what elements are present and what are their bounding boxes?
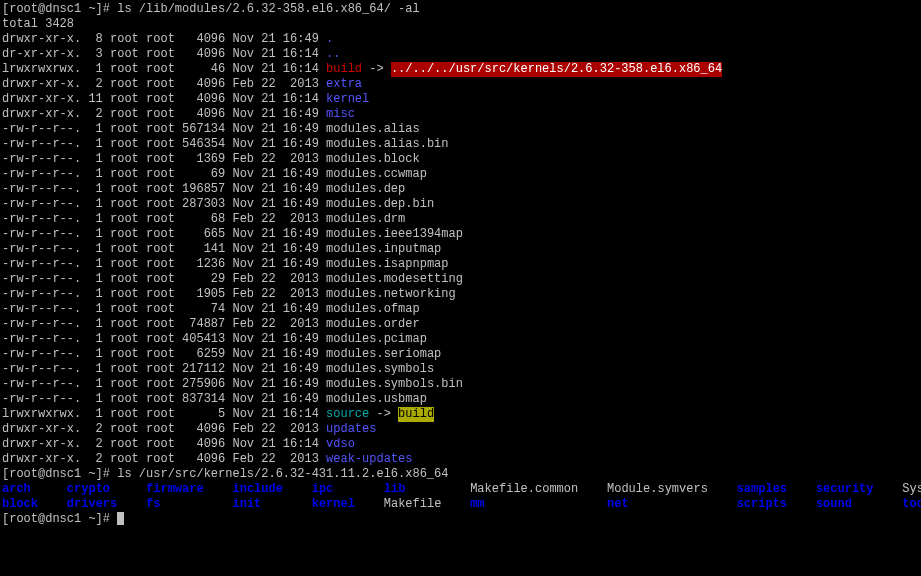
- file-perms: drwxr-xr-x. 2 root root 4096 Nov 21 16:4…: [2, 107, 326, 122]
- ls-row: lrwxrwxrwx. 1 root root 5 Nov 21 16:14 s…: [2, 407, 919, 422]
- file-name: modules.block: [326, 152, 420, 167]
- ls-entry: tools: [902, 497, 921, 512]
- file-name: .: [326, 32, 333, 47]
- file-name: modules.dep: [326, 182, 405, 197]
- file-perms: -rw-r--r--. 1 root root 29 Feb 22 2013: [2, 272, 326, 287]
- file-perms: -rw-r--r--. 1 root root 141 Nov 21 16:49: [2, 242, 326, 257]
- ls-row: dr-xr-xr-x. 3 root root 4096 Nov 21 16:1…: [2, 47, 919, 62]
- file-name: modules.ieee1394map: [326, 227, 463, 242]
- file-perms: -rw-r--r--. 1 root root 567134 Nov 21 16…: [2, 122, 326, 137]
- file-name: modules.order: [326, 317, 420, 332]
- ls-entry: block: [2, 497, 67, 512]
- shell-prompt: [root@dnsc1 ~]#: [2, 2, 117, 17]
- ls-entry: Module.symvers: [607, 482, 737, 497]
- ls-row: -rw-r--r--. 1 root root 1905 Feb 22 2013…: [2, 287, 919, 302]
- file-name: updates: [326, 422, 376, 437]
- ls-row: -rw-r--r--. 1 root root 665 Nov 21 16:49…: [2, 227, 919, 242]
- file-perms: drwxr-xr-x. 2 root root 4096 Feb 22 2013: [2, 452, 326, 467]
- ls-entry: lib: [384, 482, 470, 497]
- command-input: ls /usr/src/kernels/2.6.32-431.11.2.el6.…: [117, 467, 448, 482]
- ls-entry: Makefile: [384, 497, 470, 512]
- ls-row: -rw-r--r--. 1 root root 69 Nov 21 16:49 …: [2, 167, 919, 182]
- ls-entry: include: [232, 482, 311, 497]
- file-perms: lrwxrwxrwx. 1 root root 5 Nov 21 16:14: [2, 407, 326, 422]
- ls-entry: arch: [2, 482, 67, 497]
- ls-entry: System.map: [902, 482, 921, 497]
- file-perms: -rw-r--r--. 1 root root 837314 Nov 21 16…: [2, 392, 326, 407]
- ls-entry: scripts: [737, 497, 816, 512]
- file-name: modules.ccwmap: [326, 167, 427, 182]
- file-perms: -rw-r--r--. 1 root root 68 Feb 22 2013: [2, 212, 326, 227]
- file-name: modules.usbmap: [326, 392, 427, 407]
- file-name: ..: [326, 47, 340, 62]
- file-perms: -rw-r--r--. 1 root root 1369 Feb 22 2013: [2, 152, 326, 167]
- shell-prompt: [root@dnsc1 ~]#: [2, 467, 117, 482]
- file-name: modules.pcimap: [326, 332, 427, 347]
- ls-row: drwxr-xr-x. 2 root root 4096 Nov 21 16:1…: [2, 437, 919, 452]
- file-perms: -rw-r--r--. 1 root root 1236 Nov 21 16:4…: [2, 257, 326, 272]
- ls-row: -rw-r--r--. 1 root root 1236 Nov 21 16:4…: [2, 257, 919, 272]
- ls-row: -rw-r--r--. 1 root root 405413 Nov 21 16…: [2, 332, 919, 347]
- terminal[interactable]: [root@dnsc1 ~]# ls /lib/modules/2.6.32-3…: [2, 2, 919, 574]
- ls-row: -rw-r--r--. 1 root root 74887 Feb 22 201…: [2, 317, 919, 332]
- ls-entry: fs: [146, 497, 232, 512]
- ls-row: drwxr-xr-x. 2 root root 4096 Feb 22 2013…: [2, 452, 919, 467]
- file-perms: lrwxrwxrwx. 1 root root 46 Nov 21 16:14: [2, 62, 326, 77]
- symlink-target-missing: ../../../usr/src/kernels/2.6.32-358.el6.…: [391, 62, 722, 77]
- file-name: modules.inputmap: [326, 242, 441, 257]
- ls-row: -rw-r--r--. 1 root root 217112 Nov 21 16…: [2, 362, 919, 377]
- ls-row: drwxr-xr-x. 11 root root 4096 Nov 21 16:…: [2, 92, 919, 107]
- ls-row: lrwxrwxrwx. 1 root root 46 Nov 21 16:14 …: [2, 62, 919, 77]
- arrow: ->: [369, 407, 398, 422]
- file-name: modules.symbols: [326, 362, 434, 377]
- ls-row: -rw-r--r--. 1 root root 837314 Nov 21 16…: [2, 392, 919, 407]
- ls-row: -rw-r--r--. 1 root root 1369 Feb 22 2013…: [2, 152, 919, 167]
- ls-row: -rw-r--r--. 1 root root 567134 Nov 21 16…: [2, 122, 919, 137]
- ls-entry: Makefile.common: [470, 482, 607, 497]
- file-perms: -rw-r--r--. 1 root root 287303 Nov 21 16…: [2, 197, 326, 212]
- file-name: modules.symbols.bin: [326, 377, 463, 392]
- file-name: modules.seriomap: [326, 347, 441, 362]
- file-perms: -rw-r--r--. 1 root root 74887 Feb 22 201…: [2, 317, 326, 332]
- ls-entry: mm: [470, 497, 607, 512]
- file-perms: -rw-r--r--. 1 root root 69 Nov 21 16:49: [2, 167, 326, 182]
- file-name: modules.drm: [326, 212, 405, 227]
- ls-row: -rw-r--r--. 1 root root 141 Nov 21 16:49…: [2, 242, 919, 257]
- file-name: modules.dep.bin: [326, 197, 434, 212]
- ls-entry: firmware: [146, 482, 232, 497]
- file-perms: drwxr-xr-x. 8 root root 4096 Nov 21 16:4…: [2, 32, 326, 47]
- ls-row: drwxr-xr-x. 8 root root 4096 Nov 21 16:4…: [2, 32, 919, 47]
- cursor[interactable]: [117, 512, 124, 525]
- ls-row: -rw-r--r--. 1 root root 287303 Nov 21 16…: [2, 197, 919, 212]
- ls-row: -rw-r--r--. 1 root root 275906 Nov 21 16…: [2, 377, 919, 392]
- file-name: modules.isapnpmap: [326, 257, 448, 272]
- ls-column-row: arch crypto firmware include ipc lib Mak…: [2, 482, 919, 497]
- command-input: ls /lib/modules/2.6.32-358.el6.x86_64/ -…: [117, 2, 419, 17]
- file-perms: -rw-r--r--. 1 root root 665 Nov 21 16:49: [2, 227, 326, 242]
- file-perms: drwxr-xr-x. 2 root root 4096 Nov 21 16:1…: [2, 437, 326, 452]
- ls-row: -rw-r--r--. 1 root root 196857 Nov 21 16…: [2, 182, 919, 197]
- file-perms: drwxr-xr-x. 2 root root 4096 Feb 22 2013: [2, 422, 326, 437]
- file-perms: drwxr-xr-x. 11 root root 4096 Nov 21 16:…: [2, 92, 326, 107]
- ls-row: -rw-r--r--. 1 root root 6259 Nov 21 16:4…: [2, 347, 919, 362]
- file-perms: -rw-r--r--. 1 root root 74 Nov 21 16:49: [2, 302, 326, 317]
- ls-entry: ipc: [312, 482, 384, 497]
- ls-row: drwxr-xr-x. 2 root root 4096 Nov 21 16:4…: [2, 107, 919, 122]
- file-perms: -rw-r--r--. 1 root root 217112 Nov 21 16…: [2, 362, 326, 377]
- file-name: modules.alias.bin: [326, 137, 448, 152]
- file-perms: -rw-r--r--. 1 root root 275906 Nov 21 16…: [2, 377, 326, 392]
- file-name: kernel: [326, 92, 369, 107]
- file-name: modules.modesetting: [326, 272, 463, 287]
- ls-entry: sound: [816, 497, 902, 512]
- ls-entry: kernel: [312, 497, 384, 512]
- file-perms: drwxr-xr-x. 2 root root 4096 Feb 22 2013: [2, 77, 326, 92]
- ls-entry: security: [816, 482, 902, 497]
- file-perms: -rw-r--r--. 1 root root 1905 Feb 22 2013: [2, 287, 326, 302]
- symlink-name-broken: build: [326, 62, 362, 77]
- file-perms: -rw-r--r--. 1 root root 546354 Nov 21 16…: [2, 137, 326, 152]
- file-perms: -rw-r--r--. 1 root root 405413 Nov 21 16…: [2, 332, 326, 347]
- ls-entry: net: [607, 497, 737, 512]
- arrow: ->: [362, 62, 391, 77]
- ls-column-row: block drivers fs init kernel Makefile mm…: [2, 497, 919, 512]
- ls-entry: crypto: [67, 482, 146, 497]
